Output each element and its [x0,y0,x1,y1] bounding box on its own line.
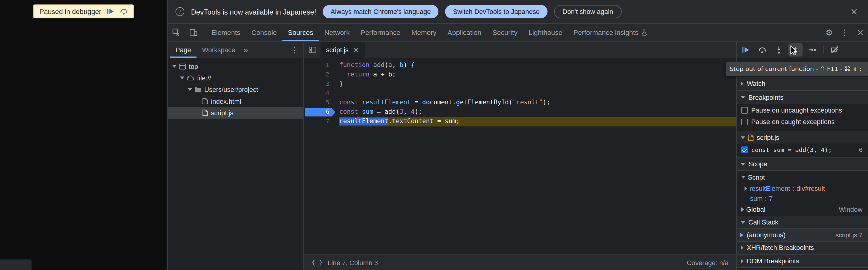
coverage-label: Coverage: n/a [687,259,728,267]
scope-var-result-element[interactable]: resultElement: div#result [737,183,868,193]
step-into-button[interactable] [772,43,786,56]
tree-item-index-html[interactable]: index.html [168,95,303,107]
navigator-pane: Page Workspace » ⋮ top file:// [168,41,304,270]
code-line[interactable]: const resultElement = document.getElemen… [339,98,736,108]
tab-memory[interactable]: Memory [406,24,442,41]
line-number[interactable]: 1 [304,61,337,70]
step-button[interactable] [805,43,819,56]
code-line[interactable]: function add(a, b) { [339,61,736,70]
code-lines[interactable]: function add(a, b) { return a + b; } con… [337,61,736,254]
tab-performance[interactable]: Performance [355,24,406,41]
tab-sources[interactable]: Sources [282,24,319,41]
step-over-next-icon[interactable] [120,7,128,16]
devtools-window: i DevTools is now available in Japanese!… [167,0,868,270]
navigator-tab-workspace[interactable]: Workspace [196,41,241,58]
more-tabs-icon[interactable]: » [241,41,251,58]
scope-global-row[interactable]: Global Window [737,204,868,216]
pause-caught-exceptions-row[interactable]: Pause on caught exceptions [737,116,868,127]
debugger-toolbar-separator [823,45,824,54]
cursor-position-label: Line 7, Column 3 [328,259,378,267]
paused-in-debugger-banner: Paused in debugger [33,5,134,19]
tree-item-file-scheme[interactable]: file:// [168,72,303,84]
tree-item-script-js[interactable]: script.js [168,107,303,119]
pause-uncaught-exceptions-row[interactable]: Pause on uncaught exceptions [737,104,868,116]
section-xhr-breakpoints[interactable]: XHR/fetch Breakpoints [737,241,868,254]
line-number[interactable]: 4 [304,89,337,98]
checkbox-checked[interactable] [741,146,748,153]
code-line[interactable]: return a + b; [339,70,736,80]
code-line-breakpoint[interactable]: const sum = add(3, 4); [339,108,736,117]
collapse-icon [741,96,745,98]
tree-item-top[interactable]: top [168,60,303,72]
scope-script-row[interactable]: Script [737,171,868,183]
line-number[interactable]: 7 [304,117,337,126]
section-scope[interactable]: Scope [737,157,868,171]
breakpoint-file-group[interactable]: script.js [737,131,868,144]
checkbox-unchecked[interactable] [741,118,748,125]
tab-application[interactable]: Application [442,24,487,41]
resume-script-icon[interactable] [106,7,114,16]
collapse-icon [741,82,743,86]
dont-show-again-button[interactable]: Don't show again [554,5,621,18]
code-line[interactable] [339,89,736,98]
section-breakpoints[interactable]: Breakpoints [737,90,868,104]
devtools-close-icon[interactable]: × [853,24,868,41]
execution-line[interactable]: resultElement.textContent = sum; [339,117,736,126]
line-number[interactable]: 3 [304,80,337,89]
collapse-icon [741,246,743,250]
collapse-icon [741,221,745,223]
navigator-tabbar: Page Workspace » ⋮ [168,41,303,58]
deactivate-breakpoints-button[interactable] [828,43,842,56]
toggle-navigator-icon[interactable] [304,41,320,58]
navigator-tab-page[interactable]: Page [170,41,197,58]
section-dom-breakpoints[interactable]: DOM Breakpoints [737,254,868,268]
info-icon: i [176,7,184,16]
line-number[interactable]: 2 [304,70,337,80]
expander-icon [741,207,744,212]
code-editor[interactable]: 1 2 3 4 5 6 7 function add(a, b) { retur… [304,58,736,254]
inspect-element-icon[interactable] [168,24,185,41]
tab-security[interactable]: Security [487,24,523,41]
match-chrome-language-button[interactable]: Always match Chrome's language [323,5,439,18]
editor-tab-script-js[interactable]: script.js × [320,41,365,58]
file-icon [202,98,208,105]
navigator-menu-icon[interactable]: ⋮ [286,41,303,58]
tab-network[interactable]: Network [319,24,355,41]
settings-gear-icon[interactable]: ⚙ [822,24,837,41]
step-out-tooltip: Step out of current function - ⇧ F11 - ⌘… [726,62,868,76]
toolbar-right-cluster: ⚙ ⋮ × [822,24,868,41]
editor-pane: script.js × 1 2 3 4 5 6 7 func [304,41,736,270]
tab-lighthouse[interactable]: Lighthouse [523,24,568,41]
frame-icon [179,63,186,69]
tab-elements[interactable]: Elements [206,24,246,41]
switch-devtools-japanese-button[interactable]: Switch DevTools to Japanese [445,5,547,18]
section-call-stack[interactable]: Call Stack [737,216,868,229]
tab-close-icon[interactable]: × [353,46,359,54]
scope-var-sum[interactable]: sum: 7 [737,193,868,204]
call-stack-frame[interactable]: (anonymous) script.js:7 [737,229,868,241]
breakpoint-line-number[interactable]: 6 [304,108,337,117]
resume-button[interactable] [739,43,753,56]
folder-icon [194,86,202,92]
line-number-gutter: 1 2 3 4 5 6 7 [304,61,337,254]
breakpoint-entry[interactable]: const sum = add(3, 4); 6 [737,144,868,156]
checkbox-unchecked[interactable] [741,107,748,114]
collapse-icon [741,259,743,263]
line-number[interactable]: 5 [304,98,337,108]
device-toolbar-icon[interactable] [185,24,202,41]
section-watch[interactable]: Watch [737,77,868,90]
infobar-close-icon[interactable]: × [848,7,861,17]
collapse-icon [741,162,745,165]
tree-item-project-folder[interactable]: Users/user/project [168,84,303,95]
editor-statusbar: { } Line 7, Column 3 Coverage: n/a [304,254,736,270]
flask-icon [641,29,648,36]
file-icon [202,109,208,117]
infobar-message: DevTools is now available in Japanese! [191,7,316,16]
code-line[interactable]: } [339,80,736,89]
pretty-print-icon[interactable]: { } [312,259,322,266]
tab-performance-insights[interactable]: Performance insights [568,24,653,41]
tab-console[interactable]: Console [246,24,282,41]
step-over-button[interactable] [755,43,770,56]
kebab-menu-icon[interactable]: ⋮ [837,24,853,41]
frame-location-label: script.js:7 [836,232,863,238]
